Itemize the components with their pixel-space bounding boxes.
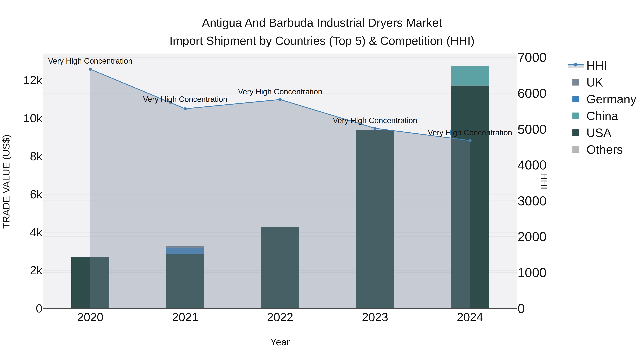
svg-text:2022: 2022 <box>267 311 293 324</box>
svg-text:0: 0 <box>518 301 525 316</box>
svg-text:12k: 12k <box>24 73 42 87</box>
svg-text:Very High Concentration: Very High Concentration <box>238 87 322 96</box>
svg-text:Germany: Germany <box>586 92 636 106</box>
svg-text:Very High Concentration: Very High Concentration <box>48 57 132 65</box>
svg-text:5000: 5000 <box>518 122 546 136</box>
svg-text:Very High Concentration: Very High Concentration <box>333 116 417 125</box>
svg-text:Year: Year <box>270 337 290 347</box>
svg-text:HHI: HHI <box>586 59 607 72</box>
svg-text:4k: 4k <box>30 226 42 239</box>
svg-text:3000: 3000 <box>518 194 546 208</box>
svg-text:8k: 8k <box>30 150 42 163</box>
svg-text:Antigua And Barbuda Industrial: Antigua And Barbuda Industrial Dryers Ma… <box>202 16 442 29</box>
svg-text:UK: UK <box>586 75 603 89</box>
svg-text:7000: 7000 <box>518 50 546 64</box>
svg-text:2021: 2021 <box>172 311 198 324</box>
svg-text:0: 0 <box>36 302 42 315</box>
svg-text:1000: 1000 <box>518 265 546 280</box>
svg-text:2000: 2000 <box>518 229 546 244</box>
svg-text:2020: 2020 <box>77 311 104 324</box>
svg-text:4000: 4000 <box>518 158 546 172</box>
svg-text:2k: 2k <box>30 264 42 277</box>
svg-text:Others: Others <box>586 143 623 156</box>
svg-text:Very High Concentration: Very High Concentration <box>143 95 227 103</box>
svg-text:10k: 10k <box>24 112 42 125</box>
svg-text:6000: 6000 <box>518 86 546 100</box>
svg-text:USA: USA <box>586 126 612 139</box>
svg-text:TRADE VALUE (US$): TRADE VALUE (US$) <box>1 134 12 229</box>
svg-text:HHI: HHI <box>539 173 549 189</box>
svg-text:China: China <box>586 109 618 123</box>
svg-text:2024: 2024 <box>457 311 483 324</box>
svg-text:6k: 6k <box>30 188 42 201</box>
svg-text:2023: 2023 <box>362 311 388 324</box>
svg-text:Import Shipment by Countries (: Import Shipment by Countries (Top 5) & C… <box>170 34 474 47</box>
svg-text:Very High Concentration: Very High Concentration <box>428 128 512 137</box>
